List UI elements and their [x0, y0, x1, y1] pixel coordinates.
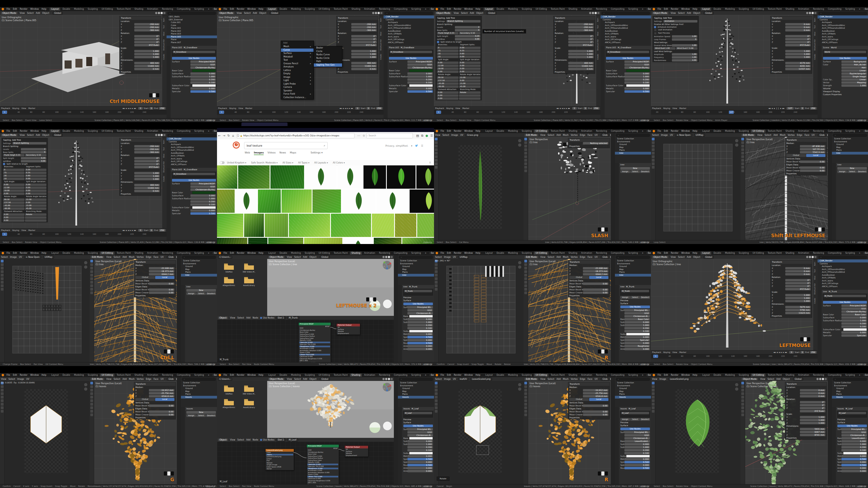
uv-tool-icon[interactable] [652, 166, 654, 169]
jump-start-icon[interactable]: ◂◂ [556, 107, 558, 109]
outliner-item[interactable]: Map [181, 390, 217, 393]
topbar-menu-help[interactable]: Help [40, 8, 48, 10]
workspace-tab-animation[interactable]: Animation [145, 8, 160, 10]
workspace-tab-compositing[interactable]: Compositing [392, 252, 409, 255]
field-value[interactable]: 0.00 [25, 184, 46, 186]
folder-item[interactable]: 3dsMax [220, 384, 238, 395]
field-value[interactable]: -300 mm [134, 151, 160, 154]
outliner-item[interactable]: GEO_External [166, 19, 217, 22]
field-value[interactable]: 0.000 [624, 443, 650, 446]
use-nodes-button[interactable]: Use Nodes [606, 57, 650, 60]
outliner-item[interactable]: Archipack [600, 21, 651, 24]
viewport-tool-icon[interactable] [741, 403, 744, 405]
sidebar-tab-item[interactable]: Item [813, 260, 816, 268]
topbar-menu-window[interactable]: Window [463, 374, 474, 376]
workspace-tab-shading[interactable]: Shading [133, 8, 145, 10]
workspace-tab-modeling[interactable]: Modeling [289, 373, 303, 377]
field-value[interactable]: 0° [785, 35, 811, 37]
menu-hamburger-icon[interactable]: ☰ [421, 144, 423, 147]
viewport-3d[interactable]: TransformLocation:X-200 mmY-200 mmZ-300 … [434, 15, 596, 106]
workspace-tab-texturepaint[interactable]: Texture Paint [766, 252, 783, 255]
mode-dropdown[interactable]: Object Mode [268, 378, 284, 380]
viewport-menu-object[interactable]: Object [692, 256, 702, 258]
viewport-3d[interactable]: fps: 26(127) Scene Collection | treeArm … [651, 15, 813, 106]
field-value[interactable]: -25.756 mm [149, 392, 175, 394]
viewport-tool-icon[interactable] [90, 392, 93, 395]
workspace-tab-animation[interactable]: Animation [796, 373, 811, 377]
node-menu-node[interactable]: Node [251, 438, 259, 441]
field-value[interactable]: Principled BSDF [841, 304, 867, 307]
viewport-tool-icon[interactable] [741, 410, 744, 413]
uv-tool-icon[interactable] [652, 382, 654, 384]
uv-menu-select[interactable]: Select [0, 256, 9, 258]
add-menu-item[interactable]: Text [281, 59, 314, 62]
field-value[interactable]: -200 mm [134, 26, 160, 29]
timeline-menu-playback[interactable]: Playback [217, 107, 228, 109]
new-button[interactable]: New [837, 167, 867, 170]
leaf-image-result[interactable] [217, 238, 247, 244]
shading-mode-icon[interactable] [391, 256, 393, 258]
viewport-menu-face[interactable]: Face [586, 256, 593, 258]
color-swatch[interactable] [626, 455, 650, 458]
outliner-item[interactable]: Plans [832, 149, 868, 152]
field-value[interactable]: GGX [624, 434, 650, 436]
field-value[interactable]: 1.000 [841, 443, 867, 446]
outliner-item[interactable]: Archipack [166, 143, 217, 146]
field-value[interactable]: 0.000 [841, 455, 867, 457]
field-value[interactable]: 8741 mm [800, 434, 826, 436]
sidebar-tab-item[interactable]: Item [379, 16, 382, 24]
workspace-tab-layout[interactable]: Layout [484, 373, 494, 377]
shading-mode-icon[interactable] [822, 378, 824, 380]
viewport-tool-icon[interactable] [90, 396, 93, 398]
field-value[interactable]: 0.000 [407, 87, 433, 90]
deselect-button[interactable]: Deselect [857, 170, 867, 173]
field-value[interactable]: 0.500 [841, 464, 867, 466]
viewport-menu-add[interactable]: Add [122, 378, 128, 380]
outliner-item[interactable]: Plane.001 [166, 27, 217, 30]
workspace-tab-uvediting[interactable]: UV Editing [534, 130, 549, 133]
workspace-tab-scripting[interactable]: Scripting [844, 130, 857, 133]
workspace-tab-texturepaint[interactable]: Texture Paint [766, 8, 783, 10]
workspace-tab-double[interactable]: Double [495, 130, 506, 133]
workspace-tab-[interactable]: + [640, 252, 645, 255]
timeline-menu-playback[interactable]: Playback [0, 229, 11, 231]
field-value[interactable]: GGX [624, 63, 650, 66]
shading-mode-icon[interactable] [375, 12, 377, 14]
workspace-tab-modeling[interactable]: Modeling [723, 252, 737, 255]
new-button[interactable]: New [186, 411, 216, 414]
field-value[interactable]: 6944.2 mm [583, 273, 609, 275]
workspace-tab-rendering[interactable]: Rendering [160, 130, 175, 133]
outliner-item[interactable]: Ground [832, 143, 868, 146]
add-menu-item[interactable]: Collection Instance... [281, 96, 314, 99]
mode-dropdown[interactable]: Object Mode [742, 378, 758, 380]
field-value[interactable]: 0 mm [134, 190, 160, 192]
end-frame-field[interactable]: 250 [376, 107, 382, 109]
field-value[interactable]: 0.60 [459, 53, 480, 55]
field-value[interactable]: 0.000 [407, 348, 433, 350]
field-value[interactable]: -300 mm [351, 29, 377, 31]
shading-mode-icon[interactable] [825, 378, 827, 380]
field-value[interactable]: Christensen-B.. [624, 437, 650, 440]
field-value[interactable]: -87.838 mm [800, 145, 826, 148]
workspace-tab-shading[interactable]: Shading [567, 8, 579, 10]
outliner-item[interactable]: Ground [181, 265, 217, 268]
add-menu-item[interactable]: Mesh▸ [281, 45, 314, 48]
field-value[interactable]: XYZ Euler [351, 44, 377, 46]
workspace-tab-shading[interactable]: Shading [133, 252, 145, 255]
workspace-tab-[interactable]: + [206, 130, 211, 133]
viewport-menu-select[interactable]: Select [677, 256, 686, 258]
sidebar-icon[interactable]: ⧉ [421, 134, 424, 137]
scene-selector[interactable]: Scene [646, 373, 651, 377]
color-swatch[interactable] [843, 328, 867, 331]
topbar-menu-render[interactable]: Render [236, 374, 246, 376]
outliner-item[interactable]: AutoBoolean [383, 30, 434, 33]
viewport-tool-icon[interactable] [524, 274, 527, 276]
field-value[interactable]: 75 [437, 50, 458, 52]
jump-end-icon[interactable]: ▸▸ [568, 107, 570, 109]
sidebar-tab-item[interactable]: Item [813, 16, 816, 24]
timeline-ruler[interactable]: 204060801001201401601802002202401 [651, 354, 817, 359]
tab-local[interactable]: Local [155, 398, 175, 401]
field-value[interactable]: 0.200 [407, 78, 433, 81]
viewport-tool-icon[interactable] [524, 385, 527, 388]
viewport-menu-mesh[interactable]: Mesh [128, 378, 135, 380]
